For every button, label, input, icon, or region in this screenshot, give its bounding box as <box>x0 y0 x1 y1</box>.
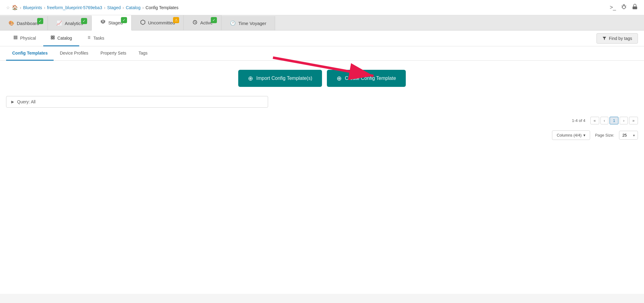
analytics-badge: ✓ <box>81 18 87 24</box>
pagination-next[interactable]: › <box>620 117 628 124</box>
uncommitted-icon <box>140 20 146 26</box>
sub-nav-catalog-label: Catalog <box>57 36 72 41</box>
tab-staged-label: Staged <box>108 20 123 25</box>
tab-staged[interactable]: Staged ✓ <box>92 15 132 30</box>
svg-rect-9 <box>53 38 54 39</box>
tab-analytics-label: Analytics <box>65 21 83 26</box>
time-voyager-icon: 🕐 <box>230 20 236 26</box>
catalog-icon <box>51 35 55 41</box>
physical-icon <box>13 35 18 41</box>
tab-time-voyager-label: Time Voyager <box>238 21 266 26</box>
sub-nav-tasks-label: Tasks <box>93 36 104 41</box>
find-by-tags-label: Find by tags <box>609 36 632 41</box>
property-sets-label: Property Sets <box>101 51 126 55</box>
page-size-label: Page Size: <box>595 133 614 137</box>
staged-badge: ✓ <box>121 17 127 23</box>
tab-uncommitted-label: Uncommitted <box>148 20 175 25</box>
pagination-first[interactable]: « <box>590 117 599 124</box>
create-plus-icon: ⊕ <box>337 75 342 82</box>
query-bar-section: ▶ Query: All <box>0 96 644 114</box>
tab-analytics[interactable]: 📈 Analytics ✓ <box>48 16 92 30</box>
svg-rect-4 <box>14 37 17 38</box>
pagination-page-1[interactable]: 1 <box>610 117 618 124</box>
terminal-button[interactable]: >_ <box>610 4 616 11</box>
home-icon[interactable]: 🏠 <box>12 5 18 10</box>
sub-nav-physical[interactable]: Physical <box>6 30 43 46</box>
lock-icon-button[interactable] <box>632 4 638 11</box>
sub-nav-physical-label: Physical <box>20 36 36 41</box>
import-btn-label: Import Config Template(s) <box>256 76 312 81</box>
columns-chevron-icon: ▾ <box>583 133 586 137</box>
create-btn-label: Create Config Template <box>345 76 396 81</box>
sub-nav-tasks[interactable]: Tasks <box>79 30 111 46</box>
tasks-icon <box>87 35 91 41</box>
tab-active[interactable]: Active ✓ <box>184 15 221 30</box>
tab-dashboard[interactable]: 🎨 Dashboard ✓ <box>0 16 48 30</box>
breadcrumb: ☆ 🏠 › Blueprints › freeform_blueprint-57… <box>6 5 179 10</box>
pagination-area: 1-4 of 4 « ‹ 1 › » <box>0 114 644 127</box>
sub-nav-catalog[interactable]: Catalog <box>43 30 79 46</box>
star-icon[interactable]: ☆ <box>6 5 10 10</box>
svg-rect-1 <box>633 6 637 9</box>
columns-label: Columns (4/4) <box>557 133 582 137</box>
catalog-tab-tags[interactable]: Tags <box>133 46 154 61</box>
find-by-tags-button[interactable]: Find by tags <box>596 33 638 44</box>
catalog-tab-config-templates[interactable]: Config Templates <box>6 46 54 61</box>
catalog-tab-device-profiles[interactable]: Device Profiles <box>54 46 94 61</box>
svg-point-0 <box>622 6 625 9</box>
tags-label: Tags <box>139 51 148 55</box>
pagination-info: 1-4 of 4 <box>572 118 586 123</box>
columns-button[interactable]: Columns (4/4) ▾ <box>552 130 590 140</box>
svg-rect-5 <box>14 38 17 39</box>
bug-icon-button[interactable] <box>621 4 627 11</box>
page-size-select-wrapper: 10 25 50 100 <box>619 131 638 140</box>
breadcrumb-blueprints[interactable]: Blueprints <box>23 5 42 10</box>
dashboard-badge: ✓ <box>37 18 43 24</box>
pagination-controls: « ‹ 1 › » <box>590 117 638 124</box>
pagination-last[interactable]: » <box>629 117 638 124</box>
config-templates-label: Config Templates <box>12 51 48 55</box>
device-profiles-label: Device Profiles <box>60 51 88 55</box>
breadcrumb-sep: › <box>20 5 21 10</box>
uncommitted-badge: ⚠ <box>173 17 179 23</box>
query-expand-arrow[interactable]: ▶ <box>11 100 14 104</box>
active-icon <box>192 20 198 26</box>
table-controls: Columns (4/4) ▾ Page Size: 10 25 50 100 <box>0 127 644 143</box>
pagination-prev[interactable]: ‹ <box>600 117 608 124</box>
svg-rect-7 <box>53 36 54 37</box>
analytics-icon: 📈 <box>56 20 62 26</box>
dashboard-icon: 🎨 <box>9 20 14 26</box>
catalog-tab-property-sets[interactable]: Property Sets <box>94 46 133 61</box>
breadcrumb-catalog[interactable]: Catalog <box>126 5 140 10</box>
catalog-sub-tabs: Config Templates Device Profiles Propert… <box>0 46 644 61</box>
breadcrumb-staged[interactable]: Staged <box>107 5 121 10</box>
actions-area: ⊕ Import Config Template(s) ⊕ Create Con… <box>0 61 644 96</box>
svg-rect-3 <box>14 36 17 37</box>
import-plus-icon: ⊕ <box>248 75 253 82</box>
sub-nav: Physical Catalog Tasks Find by tag <box>0 30 644 46</box>
tab-uncommitted[interactable]: Uncommitted ⚠ <box>132 15 184 30</box>
query-bar: ▶ Query: All <box>6 96 268 108</box>
breadcrumb-current: Config Templates <box>146 5 179 10</box>
page-size-select[interactable]: 10 25 50 100 <box>619 131 638 140</box>
svg-rect-8 <box>51 38 52 39</box>
main-tab-bar: 🎨 Dashboard ✓ 📈 Analytics ✓ Staged ✓ Unc… <box>0 15 644 30</box>
import-config-template-button[interactable]: ⊕ Import Config Template(s) <box>238 70 322 87</box>
breadcrumb-blueprint-id[interactable]: freeform_blueprint-5769eba3 <box>47 5 102 10</box>
tab-time-voyager[interactable]: 🕐 Time Voyager <box>221 16 275 30</box>
create-config-template-button[interactable]: ⊕ Create Config Template <box>327 70 406 87</box>
svg-rect-6 <box>51 36 52 37</box>
tab-dashboard-label: Dashboard <box>17 21 39 26</box>
query-text: Query: All <box>17 99 36 104</box>
main-content: Physical Catalog Tasks Find by tag <box>0 30 644 294</box>
active-badge: ✓ <box>211 17 217 23</box>
staged-icon <box>100 20 106 26</box>
